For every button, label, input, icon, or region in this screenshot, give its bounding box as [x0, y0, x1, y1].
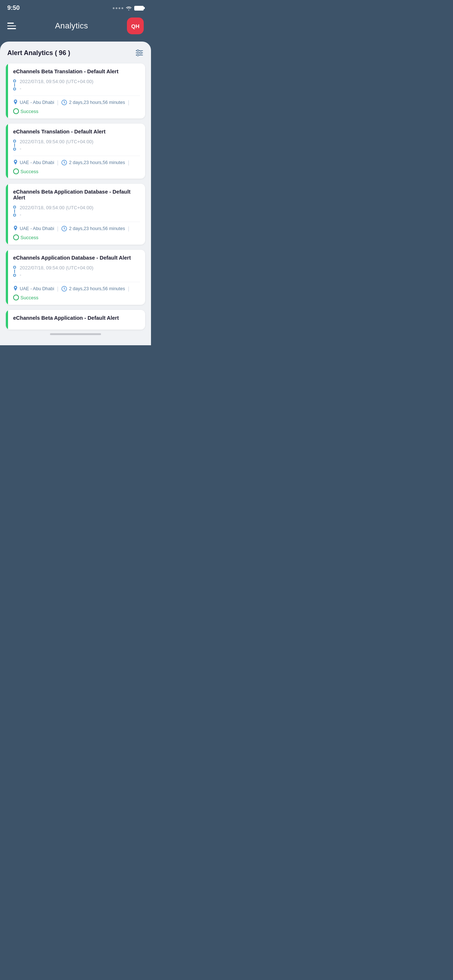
clock-icon [61, 160, 67, 165]
alert-card-4[interactable]: eChannels Application Database - Default… [6, 250, 145, 305]
alerts-list: eChannels Beta Translation - Default Ale… [6, 64, 145, 329]
divider-2: | [128, 100, 129, 105]
timeline-dot-end [13, 88, 16, 91]
status-circle-icon [13, 234, 19, 240]
card-title: eChannels Application Database - Default… [13, 255, 140, 261]
divider-2: | [128, 160, 129, 165]
card-title: eChannels Beta Application Database - De… [13, 189, 140, 200]
card-title: eChannels Beta Application - Default Ale… [13, 315, 140, 321]
duration-text: 2 days,23 hours,56 minutes [69, 226, 125, 231]
status-text: Success [21, 109, 38, 114]
divider-2: | [128, 286, 129, 292]
status-text: Success [21, 295, 38, 301]
menu-button[interactable] [7, 22, 16, 29]
card-footer: UAE - Abu Dhabi | 2 days,23 hours,56 min… [13, 222, 140, 240]
location-text: UAE - Abu Dhabi [20, 160, 54, 165]
duration-text: 2 days,23 hours,56 minutes [69, 100, 125, 105]
status-circle-icon [13, 169, 19, 174]
card-footer: UAE - Abu Dhabi | 2 days,23 hours,56 min… [13, 282, 140, 301]
page-title: Analytics [55, 21, 88, 30]
timeline-dot-end [13, 148, 16, 151]
timeline-dots [13, 79, 16, 91]
timeline: 2022/07/18, 09:54:00 (UTC+04:00) - [13, 79, 140, 91]
svg-point-3 [137, 50, 139, 52]
card-body: eChannels Beta Translation - Default Ale… [8, 64, 145, 118]
duration-item: 2 days,23 hours,56 minutes [61, 226, 125, 232]
duration-item: 2 days,23 hours,56 minutes [61, 160, 125, 165]
duration-text: 2 days,23 hours,56 minutes [69, 286, 125, 291]
status-circle-icon [13, 108, 19, 114]
clock-icon [61, 286, 67, 292]
wifi-icon [126, 5, 132, 11]
signal-dots-icon [113, 7, 123, 9]
location-icon [13, 286, 18, 292]
alert-card-1[interactable]: eChannels Beta Translation - Default Ale… [6, 64, 145, 118]
timeline-line [14, 209, 15, 213]
alert-card-partial[interactable]: eChannels Beta Application - Default Ale… [6, 310, 145, 329]
filter-button[interactable] [135, 49, 144, 57]
card-title: eChannels Beta Translation - Default Ale… [13, 68, 140, 75]
alert-card-2[interactable]: eChannels Translation - Default Alert 20… [6, 124, 145, 179]
timeline-dot-start [13, 205, 16, 208]
timeline-dots [13, 205, 16, 216]
status-circle-icon [13, 294, 19, 301]
location-icon [13, 160, 18, 165]
timeline-dot-start [13, 266, 16, 269]
alert-analytics-header: Alert Analytics ( 96 ) [6, 49, 145, 57]
location-icon [13, 100, 18, 105]
alert-card-3[interactable]: eChannels Beta Application Database - De… [6, 184, 145, 245]
location-text: UAE - Abu Dhabi [20, 286, 54, 291]
duration-text: 2 days,23 hours,56 minutes [69, 160, 125, 165]
timeline-end-date: - [20, 212, 140, 217]
timeline: 2022/07/18, 09:54:00 (UTC+04:00) - [13, 265, 140, 277]
location-item: UAE - Abu Dhabi [13, 160, 54, 165]
status-badge: Success [13, 108, 38, 114]
status-badge: Success [13, 169, 38, 174]
duration-item: 2 days,23 hours,56 minutes [61, 100, 125, 105]
alert-analytics-title: Alert Analytics ( 96 ) [7, 49, 70, 57]
timeline-end-date: - [20, 86, 140, 91]
timeline-dot-end [13, 274, 16, 277]
location-text: UAE - Abu Dhabi [20, 226, 54, 231]
timeline-dot-start [13, 140, 16, 143]
svg-point-5 [137, 54, 139, 56]
divider-1: | [57, 160, 59, 165]
location-item: UAE - Abu Dhabi [13, 286, 54, 292]
status-bar: 9:50 [0, 0, 151, 14]
timeline: 2022/07/18, 09:54:00 (UTC+04:00) - [13, 139, 140, 151]
clock-icon [61, 226, 67, 232]
status-text: Success [21, 169, 38, 174]
timeline-dots [13, 265, 16, 277]
timeline-dot-end [13, 214, 16, 216]
timeline-dots [13, 139, 16, 151]
location-item: UAE - Abu Dhabi [13, 100, 54, 105]
card-footer: UAE - Abu Dhabi | 2 days,23 hours,56 min… [13, 95, 140, 114]
status-text: Success [21, 235, 38, 240]
status-icons [113, 5, 144, 11]
location-item: UAE - Abu Dhabi [13, 226, 54, 232]
timeline-end-date: - [20, 146, 140, 151]
card-body: eChannels Translation - Default Alert 20… [8, 124, 145, 179]
timeline-line [14, 269, 15, 273]
timeline-info: 2022/07/18, 09:54:00 (UTC+04:00) - [20, 79, 140, 91]
status-badge: Success [13, 294, 38, 301]
divider-1: | [57, 286, 59, 292]
timeline-start-date: 2022/07/18, 09:54:00 (UTC+04:00) [20, 139, 140, 145]
app-header: Analytics QH [0, 14, 151, 41]
battery-icon [134, 6, 144, 11]
status-time: 9:50 [7, 5, 20, 12]
divider-1: | [57, 100, 59, 105]
timeline-info: 2022/07/18, 09:54:00 (UTC+04:00) - [20, 265, 140, 277]
home-indicator [50, 333, 101, 335]
card-title: eChannels Translation - Default Alert [13, 129, 140, 135]
card-body: eChannels Beta Application - Default Ale… [8, 310, 145, 329]
timeline-info: 2022/07/18, 09:54:00 (UTC+04:00) - [20, 205, 140, 217]
status-badge: Success [13, 234, 38, 240]
timeline: 2022/07/18, 09:54:00 (UTC+04:00) - [13, 205, 140, 217]
timeline-start-date: 2022/07/18, 09:54:00 (UTC+04:00) [20, 205, 140, 210]
timeline-dot-start [13, 80, 16, 83]
avatar-button[interactable]: QH [127, 18, 144, 34]
timeline-start-date: 2022/07/18, 09:54:00 (UTC+04:00) [20, 79, 140, 84]
location-text: UAE - Abu Dhabi [20, 100, 54, 105]
divider-1: | [57, 226, 59, 232]
